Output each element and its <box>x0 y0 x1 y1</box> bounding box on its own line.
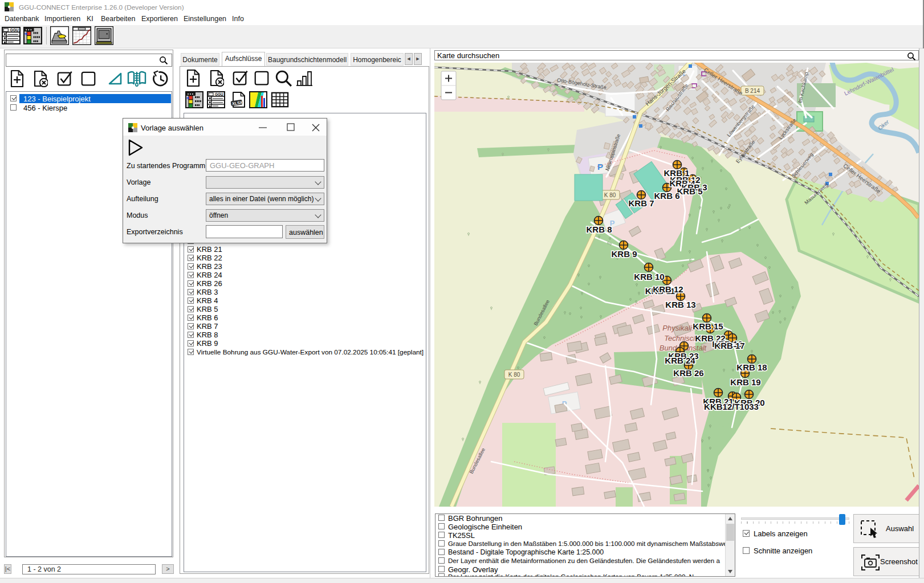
svg-text:KRB 26: KRB 26 <box>673 368 703 378</box>
svg-text:KKB12/T1033: KKB12/T1033 <box>704 402 759 411</box>
svg-text:KRB 10: KRB 10 <box>634 272 664 282</box>
svg-text:KRB 6: KRB 6 <box>654 191 679 201</box>
svg-text:KRB 8: KRB 8 <box>586 225 612 234</box>
svg-text:B 214: B 214 <box>745 88 760 94</box>
svg-text:KRB 5: KRB 5 <box>677 186 702 196</box>
svg-text:KRB 15: KRB 15 <box>693 321 723 331</box>
svg-text:KRB 18: KRB 18 <box>736 362 767 372</box>
svg-text:KRB 13: KRB 13 <box>665 300 695 309</box>
svg-text:KRB 12: KRB 12 <box>653 284 683 294</box>
svg-text:KRB 17: KRB 17 <box>714 341 744 350</box>
svg-text:KRB 19: KRB 19 <box>730 377 760 387</box>
svg-text:KRB 24: KRB 24 <box>665 356 695 365</box>
svg-text:KRB 7: KRB 7 <box>628 198 654 208</box>
svg-text:P: P <box>597 162 603 172</box>
svg-text:K 80: K 80 <box>604 192 616 198</box>
svg-text:K 80: K 80 <box>508 372 520 378</box>
svg-text:KRB 9: KRB 9 <box>611 249 637 259</box>
